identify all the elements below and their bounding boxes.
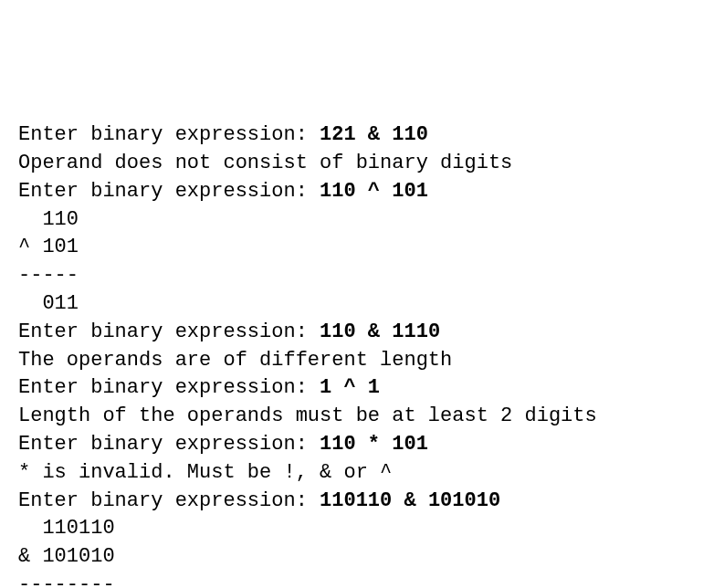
program-output: Enter binary expression:	[18, 320, 320, 343]
output-line: ^ 101	[18, 234, 696, 262]
output-line: 110	[18, 206, 696, 235]
program-output: * is invalid. Must be !, & or ^	[18, 461, 392, 484]
output-line: Enter binary expression: 121 & 110	[18, 121, 696, 150]
user-input: 110 * 101	[320, 433, 428, 456]
program-output: Enter binary expression:	[18, 433, 320, 456]
output-line: & 101010	[18, 543, 696, 572]
user-input: 121 & 110	[320, 123, 428, 146]
program-output: Enter binary expression:	[18, 376, 320, 399]
output-line: --------	[18, 572, 696, 588]
program-output: --------	[18, 573, 115, 588]
terminal-output: Enter binary expression: 121 & 110Operan…	[18, 121, 696, 588]
program-output: 110	[18, 208, 79, 231]
program-output: 011	[18, 292, 79, 315]
output-line: 011	[18, 290, 696, 319]
user-input: 110 & 1110	[320, 320, 440, 343]
output-line: 110110	[18, 515, 696, 543]
program-output: -----	[18, 264, 79, 287]
program-output: Enter binary expression:	[18, 489, 320, 512]
output-line: Enter binary expression: 110110 & 101010	[18, 488, 696, 516]
output-line: Enter binary expression: 110 ^ 101	[18, 178, 696, 206]
user-input: 1 ^ 1	[320, 376, 380, 399]
program-output: The operands are of different length	[18, 349, 452, 372]
program-output: 110110	[18, 517, 115, 540]
program-output: Enter binary expression:	[18, 180, 320, 203]
output-line: Length of the operands must be at least …	[18, 403, 696, 431]
program-output: Enter binary expression:	[18, 123, 320, 146]
output-line: The operands are of different length	[18, 347, 696, 375]
output-line: Operand does not consist of binary digit…	[18, 150, 696, 178]
output-line: -----	[18, 262, 696, 290]
program-output: & 101010	[18, 545, 115, 568]
output-line: Enter binary expression: 110 & 1110	[18, 319, 696, 347]
output-line: Enter binary expression: 110 * 101	[18, 431, 696, 459]
user-input: 110 ^ 101	[320, 180, 428, 203]
output-line: * is invalid. Must be !, & or ^	[18, 459, 696, 488]
program-output: Operand does not consist of binary digit…	[18, 152, 512, 174]
output-line: Enter binary expression: 1 ^ 1	[18, 374, 696, 403]
program-output: Length of the operands must be at least …	[18, 404, 597, 427]
program-output: ^ 101	[18, 236, 79, 258]
user-input: 110110 & 101010	[320, 489, 500, 512]
